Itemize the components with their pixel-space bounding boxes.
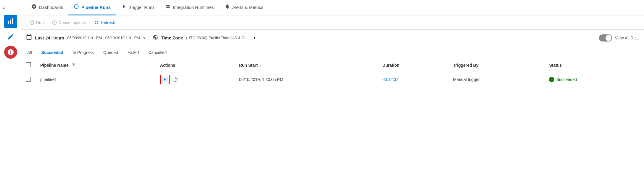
pipeline-action-rerun-button[interactable] [171,75,180,84]
svg-rect-0 [8,21,9,24]
tab-integration-runtimes[interactable]: Integration Runtimes [160,0,219,15]
refresh-button[interactable]: Refresh [91,18,119,27]
svg-rect-1 [10,20,11,24]
actions-cell [155,71,234,88]
status-tabs: All Succeeded In Progress Queued Failed … [21,46,644,59]
refresh-icon [94,20,99,25]
calendar-icon [26,34,32,42]
triggered-by-header: Triggered By [448,59,544,71]
pipeline-action-rerun-icon [173,77,178,82]
timezone-dropdown-arrow[interactable]: ▼ [253,36,256,40]
svg-rect-2 [12,18,13,24]
tab-dashboards[interactable]: Dashboards [26,0,68,15]
sidebar: » [0,0,21,172]
timezone-filter: Time Zone (UTC-08:00) Pacific Time (US &… [153,35,256,41]
tab-trigger-runs[interactable]: Trigger Runs [116,0,160,15]
status-tab-succeeded[interactable]: Succeeded [37,46,68,59]
pipeline-name-filter-icon[interactable] [72,63,76,68]
chart-sidebar-icon[interactable] [4,15,17,28]
toggle-knob [606,35,611,41]
alerts-metrics-tab-icon [225,4,230,10]
pipeline-name-header: Pipeline Name [36,59,155,71]
cancel-options-button[interactable]: Cancel options [49,18,90,27]
pipeline-action-run-icon [162,77,168,82]
tab-pipeline-runs[interactable]: Pipeline Runs [68,0,116,15]
top-tabs: Dashboards Pipeline Runs Trigger Runs [21,0,644,15]
status-tab-all[interactable]: All [26,46,37,59]
dashboards-tab-icon [31,4,37,10]
globe-icon [153,35,158,41]
status-tab-queued[interactable]: Queued [99,46,123,59]
duration-cell: 00:12:32 [378,71,448,88]
row-checkbox[interactable] [26,77,31,82]
trigger-runs-tab-icon [121,4,127,10]
main-content: Dashboards Pipeline Runs Trigger Runs [21,0,644,172]
filter-bar: Last 24 Hours 06/09/2019 1:01 PM - 06/10… [21,30,644,46]
expand-sidebar-button[interactable]: » [0,2,21,12]
row-checkbox-cell [21,71,36,88]
status-tab-cancelled[interactable]: Cancelled [144,46,171,59]
status-tab-in-progress[interactable]: In Progress [68,46,99,59]
alert-sidebar-icon[interactable] [4,46,17,59]
pipeline-runs-table: Pipeline Name Actions Run Start ↕ [21,59,644,88]
view-all-toggle-container: View All Re... [599,34,639,42]
run-icon [30,20,34,25]
table-row: pipeline1 [21,71,644,88]
status-tab-failed[interactable]: Failed [123,46,144,59]
run-start-header: Run Start ↕ [234,59,378,71]
select-all-checkbox[interactable] [26,62,31,67]
pipeline-runs-table-container: Pipeline Name Actions Run Start ↕ [21,59,644,172]
duration-header: Duration [378,59,448,71]
table-header-row: Pipeline Name Actions Run Start ↕ [21,59,644,71]
pipeline-name-cell: pipeline1 [36,71,155,88]
triggered-by-cell: Manual trigger [448,71,544,88]
run-button[interactable]: Run [26,18,47,27]
view-all-toggle[interactable] [599,34,612,42]
run-start-sort-icon[interactable]: ↕ [260,64,262,67]
status-header: Status [544,59,644,71]
integration-runtimes-tab-icon [165,4,170,10]
tab-alerts-metrics[interactable]: Alerts & Metrics [219,0,269,15]
pipeline-runs-tab-icon [74,4,79,10]
status-succeeded-icon: ✓ [549,77,554,82]
pencil-sidebar-icon[interactable] [4,30,17,43]
pipeline-action-run-button[interactable] [160,75,170,84]
run-start-cell: 06/10/2019, 1:10:05 PM [234,71,378,88]
status-cell: ✓ Succeeded [544,71,644,88]
time-filter-chevron[interactable]: ∨ [143,36,146,40]
cancel-icon [52,20,57,25]
actions-header: Actions [155,59,234,71]
toolbar: Run Cancel options Refresh [21,15,644,30]
checkbox-header [21,59,36,71]
time-filter[interactable]: Last 24 Hours 06/09/2019 1:01 PM - 06/10… [26,34,146,42]
